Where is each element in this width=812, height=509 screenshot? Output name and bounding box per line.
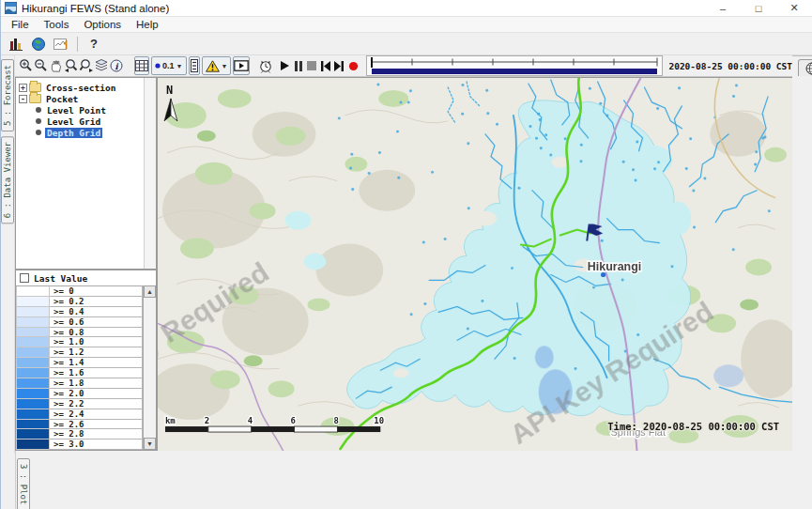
menu-help[interactable]: Help: [129, 19, 166, 30]
classification-icon[interactable]: [189, 56, 200, 75]
legend-row[interactable]: >= 0.8: [16, 328, 143, 338]
legend-swatch: [16, 317, 50, 328]
zoom-next-icon[interactable]: [79, 56, 94, 75]
folder-icon: [29, 83, 41, 92]
globe-icon[interactable]: [27, 35, 50, 54]
legend-row[interactable]: >= 0.4: [16, 307, 143, 317]
legend-row[interactable]: >= 2.8: [16, 429, 143, 440]
bottom-tab-bar: Map Graph Spatial □ ✕: [792, 55, 812, 76]
svg-text:N: N: [166, 84, 173, 97]
legend-row[interactable]: >= 2.0: [16, 389, 143, 399]
legend-swatch: [16, 429, 50, 440]
timeseries-dialog-icon[interactable]: [50, 35, 72, 54]
tree-item-depth-grid[interactable]: Depth Grid: [34, 127, 144, 138]
legend-label: >= 3.0: [50, 440, 143, 450]
tab-plot-overview[interactable]: 3 : Plot Overview: [17, 458, 30, 509]
tab-data-viewer[interactable]: 6 : Data Viewer: [1, 136, 14, 224]
legend-row[interactable]: >= 1.6: [16, 368, 143, 378]
help-icon[interactable]: ?: [83, 35, 105, 54]
svg-text:6: 6: [291, 416, 296, 425]
last-value-checkbox[interactable]: [20, 273, 29, 283]
minimize-button[interactable]: –: [705, 0, 741, 16]
collapse-icon[interactable]: -: [19, 95, 27, 103]
legend-row[interactable]: >= 1.2: [16, 347, 143, 358]
info-icon[interactable]: i: [109, 56, 124, 75]
legend-row[interactable]: >= 0: [16, 286, 143, 297]
legend-row[interactable]: >= 1.0: [16, 337, 143, 347]
zoom-in-icon[interactable]: [19, 56, 34, 75]
left-panel: + Cross-section - Pocket Level Point: [15, 77, 158, 451]
maximize-button[interactable]: □: [741, 0, 776, 16]
record-icon[interactable]: [348, 56, 359, 75]
grid-icon[interactable]: [134, 56, 149, 75]
bar-chart-icon[interactable]: [5, 35, 27, 54]
tree-item-label-selected[interactable]: Depth Grid: [45, 128, 102, 138]
warning-icon: [206, 60, 220, 72]
animation-icon[interactable]: [233, 56, 250, 75]
menu-tools[interactable]: Tools: [37, 19, 77, 30]
main-toolbar: ?: [1, 33, 812, 55]
legend-swatch: [16, 378, 50, 389]
legend-row[interactable]: >= 1.4: [16, 358, 143, 368]
menu-options[interactable]: Options: [76, 19, 129, 30]
legend-label: >= 2.8: [50, 429, 143, 440]
tree-item-label[interactable]: Level Point: [45, 105, 108, 116]
zoom-out-icon[interactable]: [34, 56, 49, 75]
legend-row[interactable]: >= 2.2: [16, 399, 143, 409]
legend-row[interactable]: >= 0.6: [16, 317, 143, 328]
layers-icon[interactable]: [94, 56, 109, 75]
time-slider[interactable]: [366, 55, 663, 76]
tab-forecast[interactable]: 5 : Forecast: [1, 59, 14, 131]
filter-tree-panel: + Cross-section - Pocket Level Point: [15, 77, 157, 270]
tree-item-label[interactable]: Pocket: [44, 94, 80, 104]
zoom-previous-icon[interactable]: [64, 56, 79, 75]
menu-file[interactable]: File: [4, 19, 37, 30]
tree-item-level-point[interactable]: Level Point: [34, 104, 144, 116]
legend-row[interactable]: >= 0.2: [16, 297, 143, 307]
threshold-dropdown[interactable]: 0.1 ▼: [151, 56, 186, 75]
legend-row[interactable]: >= 3.0: [16, 440, 143, 450]
tree-item-pocket[interactable]: - Pocket: [19, 93, 144, 104]
warning-dropdown[interactable]: ▼: [202, 56, 232, 75]
window-title: Hikurangi FEWS (Stand alone): [22, 3, 169, 14]
legend-label: >= 1.8: [50, 378, 143, 389]
menu-bar: File Tools Options Help: [1, 17, 812, 33]
last-value-label: Last Value: [34, 273, 87, 284]
legend-scrollbar[interactable]: ▲ ▼: [143, 285, 156, 450]
pause-icon[interactable]: [294, 56, 303, 75]
svg-text:4: 4: [248, 416, 253, 425]
scroll-down-icon[interactable]: ▼: [144, 438, 156, 450]
legend-swatch: [16, 440, 50, 450]
left-tab-strip: 5 : Forecast 6 : Data Viewer: [1, 55, 15, 454]
main-area: 5 : Forecast 6 : Data Viewer: [1, 55, 812, 454]
legend-row[interactable]: >= 1.8: [16, 378, 143, 389]
svg-text:2: 2: [205, 416, 209, 425]
legend-row[interactable]: >= 2.6: [16, 420, 143, 430]
play-icon[interactable]: [279, 56, 290, 75]
app-logo-icon: [5, 2, 17, 14]
tree-item-label[interactable]: Cross-section: [44, 83, 117, 93]
tree-scrollbar[interactable]: [144, 78, 156, 269]
tree-item-level-grid[interactable]: Level Grid: [34, 116, 144, 127]
tree-item-label[interactable]: Level Grid: [45, 116, 102, 127]
next-frame-icon[interactable]: [333, 56, 345, 75]
legend-swatch: [16, 389, 50, 399]
legend-swatch: [16, 297, 50, 307]
close-button[interactable]: ✕: [776, 0, 812, 16]
stop-icon[interactable]: [307, 56, 316, 75]
legend-row[interactable]: >= 2.4: [16, 409, 143, 420]
title-bar: Hikurangi FEWS (Stand alone) – □ ✕: [1, 0, 812, 17]
legend-label: >= 1.6: [50, 368, 143, 378]
chevron-down-icon: ▼: [222, 63, 228, 69]
timer-icon[interactable]: [258, 56, 273, 75]
legend-label: >= 2.6: [50, 420, 143, 430]
expand-icon[interactable]: +: [19, 84, 27, 92]
legend-swatch: [16, 347, 50, 358]
threshold-dot-icon: [155, 63, 161, 69]
tab-map[interactable]: Map: [798, 59, 812, 76]
map-view[interactable]: API Key Required API Key Required Hikura…: [158, 77, 792, 451]
threshold-value: 0.1: [162, 61, 175, 70]
pan-hand-icon[interactable]: [49, 56, 64, 75]
previous-frame-icon[interactable]: [320, 56, 331, 75]
scroll-up-icon[interactable]: ▲: [144, 285, 156, 298]
